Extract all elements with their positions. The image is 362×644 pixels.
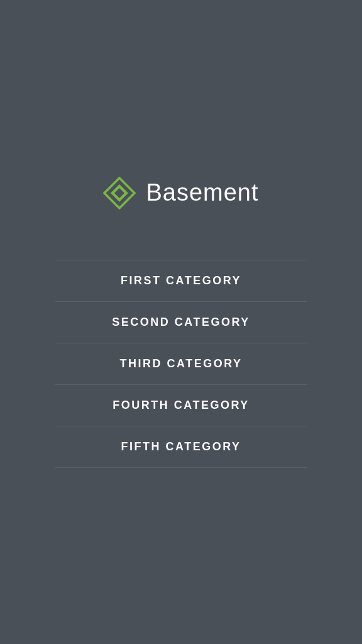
nav-item-fifth-category[interactable]: FIFTH CATEGORY bbox=[55, 426, 307, 468]
nav-item-first-category[interactable]: FIRST CATEGORY bbox=[55, 260, 307, 302]
nav-item-label-second-category: SECOND CATEGORY bbox=[112, 316, 250, 329]
nav-item-label-third-category: THIRD CATEGORY bbox=[120, 357, 243, 370]
nav-item-third-category[interactable]: THIRD CATEGORY bbox=[55, 343, 307, 385]
nav-item-label-fifth-category: FIFTH CATEGORY bbox=[121, 440, 241, 453]
nav-item-second-category[interactable]: SECOND CATEGORY bbox=[55, 302, 307, 343]
logo-section: Basement bbox=[103, 177, 258, 209]
basement-logo-icon bbox=[103, 177, 136, 209]
nav-menu: FIRST CATEGORYSECOND CATEGORYTHIRD CATEG… bbox=[55, 260, 307, 468]
nav-item-fourth-category[interactable]: FOURTH CATEGORY bbox=[55, 385, 307, 426]
nav-item-label-first-category: FIRST CATEGORY bbox=[121, 274, 241, 287]
nav-item-label-fourth-category: FOURTH CATEGORY bbox=[112, 399, 250, 412]
app-title: Basement bbox=[146, 179, 258, 206]
main-container: Basement FIRST CATEGORYSECOND CATEGORYTH… bbox=[30, 152, 332, 493]
